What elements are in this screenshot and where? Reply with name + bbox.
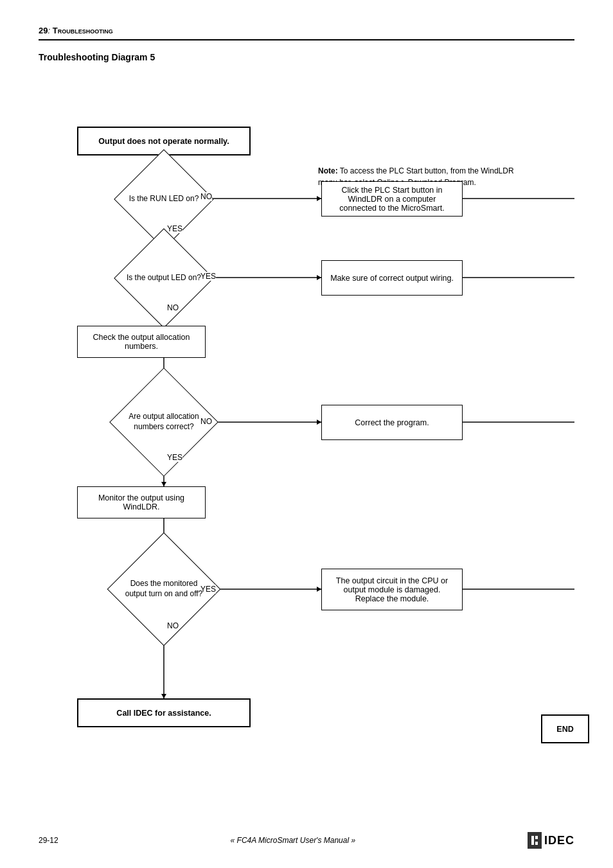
- page: 29: Troubleshooting Troubleshooting Diag…: [0, 0, 613, 868]
- page-number: 29-12: [39, 836, 58, 845]
- output-led-yes-label: YES: [200, 272, 216, 281]
- logo-icon: [529, 834, 540, 847]
- allocation-yes-label: YES: [167, 453, 182, 462]
- monitor-output-box: Monitor the output using WindLDR.: [77, 486, 206, 518]
- svg-rect-31: [535, 836, 538, 839]
- call-idec-box: Call IDEC for assistance.: [77, 698, 251, 727]
- svg-marker-28: [161, 694, 166, 698]
- logo-rect: [528, 832, 542, 849]
- svg-marker-18: [317, 420, 321, 425]
- diamond-output-led: Is the output LED on?: [112, 257, 215, 299]
- page-footer: 29-12 « FC4A MicroSmart User's Manual » …: [0, 832, 613, 849]
- chapter-title: 29: Troubleshooting: [39, 26, 574, 35]
- diagram: Output does not operate normally. Note: …: [39, 82, 574, 788]
- svg-marker-11: [317, 275, 321, 280]
- output-led-no-label: NO: [167, 303, 179, 312]
- chapter-name: Troubleshooting: [53, 26, 113, 35]
- run-led-yes-label: YES: [167, 224, 182, 233]
- diamond-monitored: Does the monitored output turn on and of…: [106, 551, 222, 628]
- svg-marker-25: [317, 587, 321, 592]
- section-title: Troubleshooting Diagram 5: [39, 52, 574, 62]
- logo: IDEC: [528, 832, 574, 849]
- page-header: 29: Troubleshooting: [39, 26, 574, 40]
- correct-program-box: Correct the program.: [321, 405, 463, 440]
- svg-rect-32: [535, 842, 538, 845]
- output-damaged-box: The output circuit in the CPU or output …: [321, 569, 463, 610]
- diamond-run-led: Is the RUN LED on?: [112, 178, 215, 220]
- manual-title: « FC4A MicroSmart User's Manual »: [231, 836, 356, 845]
- svg-rect-29: [529, 834, 540, 847]
- correct-wiring-box: Make sure of correct output wiring.: [321, 260, 463, 296]
- chapter-number: 29: [39, 26, 48, 35]
- plc-start-box: Click the PLC Start button in WindLDR on…: [321, 181, 463, 217]
- svg-marker-21: [161, 482, 166, 486]
- svg-marker-5: [317, 196, 321, 201]
- diamond-allocation: Are output allocation numbers correct?: [106, 390, 222, 454]
- monitored-no-label: NO: [167, 621, 179, 630]
- svg-rect-30: [531, 836, 534, 845]
- end-box: END: [541, 714, 589, 743]
- check-output-box: Check the output allocation numbers.: [77, 326, 206, 358]
- logo-text: IDEC: [544, 834, 574, 847]
